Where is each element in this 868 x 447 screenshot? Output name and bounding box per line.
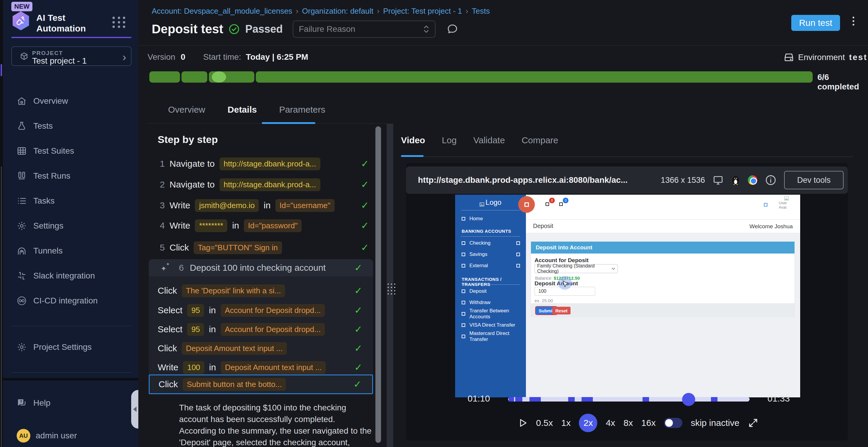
bank-nav-label: Deposit [469,288,487,294]
sidebar-item-tunnels[interactable]: Tunnels [11,243,131,259]
progress-segment[interactable] [149,71,180,82]
fullscreen-icon[interactable] [748,418,758,428]
step-locator-tag[interactable]: The 'Deposit' link with a si... [182,284,285,297]
speed-1x[interactable]: 1x [561,418,571,428]
tab-video[interactable]: Video [401,135,425,145]
step-url-tag[interactable]: http://stage.dbank.prod-a... [220,158,320,170]
tab-parameters[interactable]: Parameters [279,105,325,115]
speed-4x[interactable]: 4x [606,418,615,428]
progress-segment[interactable] [182,71,207,82]
user-menu[interactable]: AU admin user [11,427,131,444]
checkbox-icon[interactable] [559,202,563,206]
step-locator-tag[interactable]: Tag="BUTTON" Sign in [194,241,282,254]
substep-row-6-selected[interactable]: Click Submit button at the botto... [149,375,373,394]
app-switcher-icon[interactable] [113,16,126,28]
skip-inactive-toggle[interactable] [664,418,682,428]
substep-row-1[interactable]: Click The 'Deposit' link with a si... [149,282,373,299]
substep-row-4[interactable]: Click Deposit Amount text input ... [149,340,373,357]
sidebar-item-project-settings[interactable]: Project Settings [11,339,131,355]
step-url-tag[interactable]: http://stage.dbank.prod-a... [220,178,320,191]
step-locator-tag[interactable]: Id="password" [244,219,302,232]
sidebar-collapse-handle[interactable] [131,390,138,428]
balance-label: Balance: [535,276,552,281]
deposit-amount-hint: ex. 25.00 [534,298,553,303]
sidebar-item-help[interactable]: ? Help [11,395,131,411]
bank-nav-visa[interactable]: VISA Direct Transfer [455,320,526,330]
step-locator-tag[interactable]: Deposit Amount text input ... [221,361,326,374]
failure-reason-select[interactable]: Failure Reason [293,21,435,38]
step-value-tag[interactable]: 95 [187,323,204,336]
checkbox-icon[interactable] [546,202,549,206]
steps-scrollbar[interactable] [375,126,381,443]
account-for-deposit-select[interactable]: Family Checking (Standard Checking) [534,264,618,273]
sidebar-item-tasks[interactable]: Tasks [11,193,131,209]
step-row-3[interactable]: 3 Write jsmith@demo.io in Id="username" [158,197,369,213]
step-value-tag[interactable]: 95 [187,304,204,317]
breadcrumb-organization[interactable]: Organization: default [302,6,373,16]
step-value-tag[interactable]: jsmith@demo.io [195,199,259,212]
step-row-1[interactable]: 1 Navigate to http://stage.dbank.prod-a.… [158,156,369,172]
step-locator-tag[interactable]: Account for Deposit dropd... [221,323,325,336]
more-options-icon[interactable] [852,16,854,26]
bank-nav-home[interactable]: Home [455,214,526,224]
step-number: 6 [177,263,184,273]
step-row-4[interactable]: 4 Write ******** in Id="password" [158,217,369,234]
step-locator-tag[interactable]: Submit button at the botto... [183,378,286,391]
tab-details[interactable]: Details [227,105,257,115]
substep-row-3[interactable]: Select 95 in Account for Deposit dropd..… [149,321,373,338]
play-icon[interactable] [518,417,528,428]
timeline-playhead[interactable] [682,393,695,406]
progress-segment[interactable] [209,71,254,82]
step-locator-tag[interactable]: Id="username" [275,199,335,212]
checkbox-icon [462,312,465,316]
step-value-tag[interactable]: 100 [183,361,204,374]
comment-icon[interactable] [446,23,459,35]
bank-nav-savings[interactable]: Savings [455,249,526,260]
sidebar-item-settings[interactable]: Settings [11,217,131,234]
breadcrumb-account[interactable]: Account: Devspace_all_module_licenses [152,6,292,16]
progress-segment[interactable] [256,71,813,82]
bank-nav-mastercard[interactable]: Mastercard Direct Transfer [455,332,526,342]
sidebar-item-test-suites[interactable]: Test Suites [11,143,131,159]
tab-validate[interactable]: Validate [473,135,505,145]
speed-8x[interactable]: 8x [623,418,633,428]
info-icon[interactable] [765,174,776,186]
checkbox-icon[interactable] [764,203,768,207]
step-locator-tag[interactable]: Account for Deposit dropd... [221,304,325,317]
panel-splitter[interactable] [387,124,393,447]
sidebar-item-tests[interactable]: Tests [11,118,131,134]
step-action: Write [169,220,190,231]
bank-nav-withdraw[interactable]: Withdraw [455,298,526,308]
bank-nav-external[interactable]: External [455,261,526,271]
step-row-2[interactable]: 2 Navigate to http://stage.dbank.prod-a.… [158,176,369,193]
bank-user-avatar[interactable]: User Avat [779,197,794,218]
speed-16x[interactable]: 16x [641,418,656,428]
speed-2x-active[interactable]: 2x [579,414,597,432]
speed-0-5x[interactable]: 0.5x [536,418,553,428]
bank-nav-deposit[interactable]: Deposit [455,286,526,296]
breadcrumb-project[interactable]: Project: Test project - 1 [383,6,462,16]
video-timeline[interactable] [508,397,750,402]
breadcrumb-tests[interactable]: Tests [472,6,490,16]
tab-compare[interactable]: Compare [522,135,558,145]
version-value: 0 [181,52,185,62]
bank-nav-transfer[interactable]: Transfer Between Accounts [455,309,526,319]
step-group-header[interactable]: ✦✦ 6 Deposit 100 into checking account [149,259,373,276]
sidebar-item-overview[interactable]: Overview [11,93,131,109]
sidebar-item-test-runs[interactable]: Test Runs [11,168,131,184]
substep-row-5[interactable]: Write 100 in Deposit Amount text input .… [149,359,373,376]
reset-button[interactable]: Reset [552,307,570,314]
project-selector[interactable]: PROJECT Test project - 1 › [11,46,131,66]
bank-nav-checking[interactable]: Checking [455,238,526,248]
tab-log[interactable]: Log [442,135,457,145]
sidebar-item-cicd-integration[interactable]: CI-CD integration [11,293,131,309]
recording-stop-button[interactable] [518,196,535,213]
step-value-tag[interactable]: ******** [195,219,227,232]
substep-row-2[interactable]: Select 95 in Account for Deposit dropd..… [149,302,373,319]
step-row-5[interactable]: 5 Click Tag="BUTTON" Sign in [158,240,369,255]
devtools-button[interactable]: Dev tools [784,171,844,189]
run-test-button[interactable]: Run test [791,15,840,31]
tab-overview[interactable]: Overview [168,105,205,115]
sidebar-item-slack-integration[interactable]: Slack integration [11,268,131,284]
step-locator-tag[interactable]: Deposit Amount text input ... [182,342,287,355]
